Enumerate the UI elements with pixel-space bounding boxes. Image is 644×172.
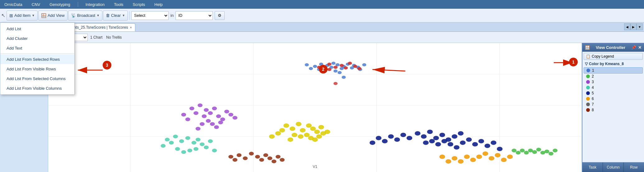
- svg-point-123: [441, 139, 447, 143]
- add-view-button[interactable]: 🪟 Add View: [38, 11, 68, 21]
- in-label: in: [169, 13, 175, 18]
- menu-help[interactable]: Help: [152, 2, 165, 7]
- svg-point-141: [507, 155, 513, 159]
- settings-icon-btn[interactable]: ⚙: [215, 11, 225, 20]
- svg-point-155: [524, 151, 529, 155]
- menu-omicdata[interactable]: OmicData: [2, 2, 24, 7]
- dropdown-item-add-cluster[interactable]: Add Cluster: [0, 34, 74, 43]
- svg-point-138: [489, 156, 494, 160]
- tab-dropdown-btn[interactable]: ▼: [637, 23, 643, 30]
- color-by-header: ▽ Color by Kmeans_8: [584, 61, 643, 67]
- right-panel-header: 🪟 View Controller 📌 ✕: [582, 43, 644, 52]
- task-button[interactable]: Task: [582, 162, 603, 172]
- right-panel-body: 📋 Copy Legend ▽ Color by Kmeans_8 1 2 3 …: [582, 52, 644, 162]
- svg-point-106: [287, 137, 293, 142]
- legend-label-3: 3: [592, 80, 594, 84]
- id-dropdown[interactable]: ID: [175, 11, 213, 20]
- legend-dot-7: [586, 103, 590, 106]
- menu-cnv[interactable]: CNV: [30, 2, 42, 7]
- svg-point-93: [310, 127, 316, 131]
- svg-point-33: [348, 62, 352, 65]
- svg-point-55: [218, 121, 223, 124]
- tab-scroll-left[interactable]: ◀: [624, 23, 630, 30]
- dropdown-item-add-text[interactable]: Add Text: [0, 43, 74, 53]
- dropdown-item-add-list-visible-cols[interactable]: Add List From Visible Columns: [0, 84, 74, 93]
- legend-item-2[interactable]: 2: [584, 74, 643, 79]
- svg-point-90: [296, 122, 301, 126]
- dropdown-item-add-list-selected-rows[interactable]: Add List From Selected Rows: [0, 55, 74, 64]
- legend-dot-4: [586, 86, 590, 89]
- chart-area[interactable]: 2 V1: [48, 43, 582, 172]
- close-panel-icon[interactable]: ✕: [638, 45, 642, 50]
- svg-point-81: [263, 153, 268, 157]
- dropdown-items-container: Add ListAdd ClusterAdd TextAdd List From…: [0, 24, 74, 93]
- copy-legend-button[interactable]: 📋 Copy Legend: [584, 53, 643, 60]
- svg-point-46: [224, 110, 229, 113]
- legend-label-8: 8: [592, 108, 594, 112]
- legend-container: 1 2 3 4 5 6 7 8: [584, 67, 643, 113]
- svg-point-156: [520, 149, 525, 152]
- svg-point-115: [458, 131, 464, 136]
- broadcast-button[interactable]: 📡 Broadcast ▼: [68, 11, 102, 21]
- legend-item-1[interactable]: 1: [584, 67, 643, 74]
- svg-point-92: [306, 123, 311, 128]
- menu-tools[interactable]: Tools: [112, 2, 125, 7]
- svg-point-50: [210, 122, 215, 126]
- add-item-label: Add Item: [14, 13, 30, 18]
- legend-dot-2: [586, 74, 590, 78]
- svg-point-114: [452, 134, 457, 139]
- main-content: ngleCellCounts_25.T V2 0: [0, 43, 644, 172]
- menu-genotyping[interactable]: Genotyping: [48, 2, 72, 7]
- menu-integration[interactable]: Integration: [84, 2, 106, 7]
- legend-item-6[interactable]: 6: [584, 96, 643, 102]
- legend-dot-6: [586, 97, 590, 101]
- legend-item-8[interactable]: 8: [584, 107, 643, 113]
- svg-point-110: [427, 130, 433, 134]
- clear-button[interactable]: 🗑 Clear ▼: [103, 11, 128, 21]
- svg-point-53: [214, 125, 219, 129]
- select-dropdown[interactable]: Select: [131, 11, 169, 20]
- dropdown-item-add-list[interactable]: Add List: [0, 24, 74, 34]
- svg-point-133: [382, 139, 388, 143]
- collapse-icon[interactable]: ▽: [585, 62, 588, 66]
- svg-point-8: [313, 65, 317, 68]
- legend-item-7[interactable]: 7: [584, 102, 643, 107]
- legend-item-5[interactable]: 5: [584, 90, 643, 96]
- add-item-button[interactable]: ⊞ Add Item ▼: [7, 11, 38, 21]
- svg-point-35: [357, 67, 361, 70]
- svg-point-30: [334, 66, 338, 69]
- svg-point-69: [165, 138, 170, 141]
- dropdown-item-add-list-selected-cols[interactable]: Add List From Selected Columns: [0, 74, 74, 84]
- svg-point-97: [275, 131, 281, 136]
- legend-item-3[interactable]: 3: [584, 79, 643, 85]
- svg-point-136: [476, 155, 482, 159]
- svg-point-58: [200, 122, 205, 126]
- pin-icon[interactable]: 📌: [631, 45, 636, 50]
- svg-point-27: [338, 71, 342, 74]
- svg-point-91: [300, 128, 306, 132]
- svg-point-78: [249, 152, 254, 155]
- column-button[interactable]: Column: [603, 162, 623, 172]
- svg-point-48: [202, 114, 207, 118]
- svg-point-88: [283, 123, 289, 128]
- svg-point-121: [429, 139, 435, 143]
- legend-item-4[interactable]: 4: [584, 85, 643, 90]
- svg-point-44: [216, 114, 221, 118]
- trellis-label: No Trellis: [105, 35, 123, 40]
- dropdown-item-add-list-visible-rows[interactable]: Add List From Visible Rows: [0, 64, 74, 74]
- svg-point-89: [290, 127, 295, 131]
- svg-point-24: [309, 67, 313, 70]
- svg-point-139: [495, 153, 500, 157]
- svg-point-65: [200, 142, 205, 146]
- add-icon: ⊞: [9, 13, 13, 18]
- svg-point-108: [415, 131, 420, 136]
- tab-scroll-right[interactable]: ▶: [630, 23, 637, 30]
- chart-toolbar: ⊞ 🖨 ▼ ↖ ⚡ ⬛ ↻ 1*1 1 Chart No Trellis: [0, 32, 644, 43]
- legend-label-5: 5: [592, 91, 594, 95]
- svg-point-131: [491, 141, 496, 145]
- tab-close-button[interactable]: ×: [130, 26, 132, 29]
- svg-point-86: [276, 155, 281, 159]
- legend-label-6: 6: [592, 97, 594, 101]
- menu-scripts[interactable]: Scripts: [131, 2, 147, 7]
- row-button[interactable]: Row: [624, 162, 644, 172]
